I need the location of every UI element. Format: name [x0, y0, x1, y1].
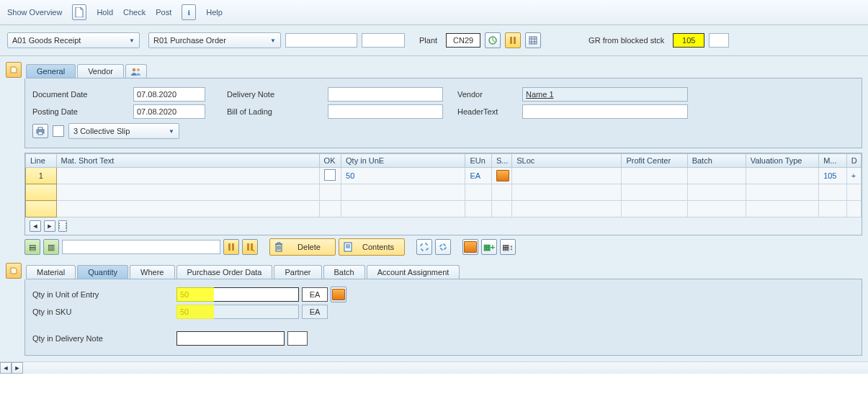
find-icon[interactable] [505, 32, 521, 48]
app-toolbar: Show Overview Hold Check Post i Help [0, 0, 868, 25]
doc-date-input[interactable] [133, 87, 205, 102]
collective-slip-checkbox[interactable] [53, 125, 64, 137]
slip-dropdown[interactable]: 3 Collective Slip▼ [68, 123, 179, 139]
layout-icon[interactable] [525, 32, 541, 48]
cell-stock-icon[interactable] [491, 168, 511, 184]
qty-deliv-note-input[interactable] [176, 331, 285, 346]
deselect-all-icon[interactable]: ▥ [43, 239, 59, 255]
bol-input[interactable] [328, 104, 443, 119]
hold-link[interactable]: Hold [97, 8, 113, 17]
copy-item-icon[interactable]: ▦↕ [500, 239, 516, 255]
col-line[interactable]: Line [26, 154, 57, 168]
cell-line[interactable]: 1 [26, 168, 57, 184]
movement-type-field[interactable]: 105 [673, 33, 704, 48]
svg-point-4 [133, 68, 135, 71]
tab-partner-icon[interactable] [125, 64, 147, 78]
cell-sloc[interactable] [512, 168, 622, 184]
posting-date-input[interactable] [133, 104, 205, 119]
collapse-icon[interactable] [435, 239, 451, 255]
stock-detail-icon[interactable] [331, 287, 346, 302]
select-all-icon[interactable]: ▤ [24, 239, 40, 255]
scroll-settings-icon[interactable]: ⋮⋮ [58, 220, 67, 232]
execute-icon[interactable] [485, 32, 501, 48]
tab-general[interactable]: General [26, 64, 76, 78]
col-mat-short-text[interactable]: Mat. Short Text [56, 154, 319, 168]
svg-rect-2 [514, 37, 516, 44]
cell-qty[interactable]: 50 [341, 168, 465, 184]
col-batch[interactable]: Batch [687, 154, 746, 168]
tab-partner[interactable]: Partner [274, 265, 321, 279]
window-scrollbar[interactable]: ◄ ► [0, 361, 868, 374]
tab-quantity[interactable]: Quantity [77, 265, 128, 279]
find-next-icon[interactable] [242, 239, 258, 255]
col-qty-une[interactable]: Qty in UnE [341, 154, 465, 168]
item-table: Line Mat. Short Text OK Qty in UnE EUn S… [24, 153, 862, 235]
qty-unit-entry-input[interactable] [176, 287, 299, 302]
qty-deliv-note-uom[interactable] [287, 331, 308, 346]
cell-batch[interactable] [687, 168, 746, 184]
col-profit-center[interactable]: Profit Center [622, 154, 687, 168]
tab-po-data[interactable]: Purchase Order Data [176, 265, 273, 279]
show-overview-link[interactable]: Show Overview [7, 8, 62, 17]
tab-batch[interactable]: Batch [323, 265, 365, 279]
slip-dropdown-label: 3 Collective Slip [73, 127, 130, 135]
cell-mat-text[interactable] [56, 168, 319, 184]
svg-rect-10 [232, 243, 234, 251]
col-sloc[interactable]: SLoc [512, 154, 622, 168]
collapse-header-icon[interactable] [6, 62, 22, 78]
scroll-left-icon[interactable]: ◄ [0, 362, 12, 374]
mvt-extra-input[interactable] [709, 33, 729, 48]
add-item-icon[interactable]: ▦+ [481, 239, 497, 255]
po-number-input[interactable] [285, 33, 357, 48]
headertext-input[interactable] [522, 104, 688, 119]
info-icon[interactable]: i [182, 4, 196, 20]
table-row[interactable] [26, 201, 862, 217]
find-icon[interactable] [223, 239, 239, 255]
qty-deliv-note-label: Qty in Delivery Note [32, 334, 176, 343]
find-input[interactable] [62, 240, 220, 254]
scroll-left-icon[interactable]: ◄ [30, 220, 41, 232]
scroll-right-icon[interactable]: ► [12, 362, 23, 374]
help-link[interactable]: Help [206, 8, 223, 17]
action-dropdown[interactable]: A01 Goods Receipt▼ [7, 32, 140, 48]
scroll-right-icon[interactable]: ► [44, 220, 55, 232]
cell-profit[interactable] [622, 168, 687, 184]
reference-dropdown[interactable]: R01 Purchase Order▼ [148, 32, 281, 48]
tab-where[interactable]: Where [130, 265, 174, 279]
col-m[interactable]: M... [819, 154, 847, 168]
stock-overview-icon[interactable] [462, 239, 478, 255]
po-item-input[interactable] [362, 33, 405, 48]
delivery-note-input[interactable] [328, 87, 443, 102]
tab-vendor[interactable]: Vendor [77, 64, 124, 78]
cell-line-empty[interactable] [26, 184, 57, 201]
collapse-detail-icon[interactable] [6, 263, 22, 279]
gr-blocked-label: GR from blocked stck [589, 36, 664, 45]
chevron-down-icon: ▼ [270, 37, 276, 44]
contents-button[interactable]: Contents [339, 238, 405, 256]
tab-account-assignment[interactable]: Account Assignment [367, 265, 460, 279]
cell-line-empty[interactable] [26, 201, 57, 217]
cell-ok[interactable] [319, 168, 341, 184]
document-icon [344, 242, 352, 252]
col-ok[interactable]: OK [319, 154, 341, 168]
plant-label: Plant [419, 36, 437, 45]
table-row[interactable]: 1 50 EA 105 + [26, 168, 862, 184]
col-eun[interactable]: EUn [465, 154, 492, 168]
table-row[interactable] [26, 184, 862, 201]
cell-valtype[interactable] [746, 168, 818, 184]
expand-icon[interactable] [416, 239, 432, 255]
col-d[interactable]: D [846, 154, 861, 168]
delete-label: Delete [287, 243, 331, 251]
tab-material[interactable]: Material [26, 265, 76, 279]
new-document-icon[interactable] [72, 4, 86, 20]
plant-field[interactable]: CN29 [446, 33, 480, 48]
check-link[interactable]: Check [123, 8, 146, 17]
qty-unit-entry-label: Qty in Unit of Entry [32, 290, 176, 299]
print-icon[interactable] [32, 124, 48, 138]
post-link[interactable]: Post [156, 8, 171, 17]
col-s[interactable]: S... [491, 154, 511, 168]
col-valuation-type[interactable]: Valuation Type [746, 154, 818, 168]
table-action-bar: ▤ ▥ Delete Contents ▦+ ▦↕ [24, 238, 862, 256]
chevron-down-icon: ▼ [169, 128, 174, 135]
delete-button[interactable]: Delete [269, 238, 336, 256]
